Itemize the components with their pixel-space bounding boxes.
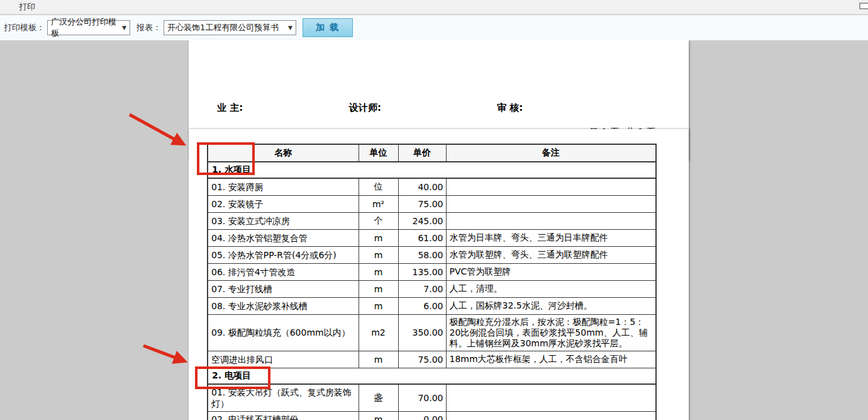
auditor-label: 审 核: bbox=[497, 102, 523, 114]
cell-price: 6.00 bbox=[398, 297, 446, 314]
cell-name: 01. 安装蹲厕 bbox=[208, 178, 359, 195]
print-toolbar: 打印模板： 广汉分公司打印模板 ▼ 报表： 开心装饰1工程有限公司预算书 ▼ 加… bbox=[0, 15, 868, 40]
report-label: 报表： bbox=[136, 22, 161, 33]
budget-table-body: 1. 水项目01. 安装蹲厕位40.0002. 安装镜子m²75.0003. 安… bbox=[208, 162, 656, 420]
budget-table: 名称单位单价备注 1. 水项目01. 安装蹲厕位40.0002. 安装镜子m²7… bbox=[207, 144, 657, 420]
cell-remark: 水管为日丰牌、弯头、三通为日丰牌配件 bbox=[446, 229, 656, 246]
cell-unit: m bbox=[359, 297, 398, 314]
report-select-value: 开心装饰1工程有限公司预算书 bbox=[167, 22, 279, 33]
window-title-bar: 打印 bbox=[0, 0, 868, 14]
cell-remark: PVC管为联塑牌 bbox=[446, 263, 656, 280]
cell-unit: m bbox=[359, 229, 398, 246]
cell-name: 02. 安装镜子 bbox=[208, 195, 359, 212]
cell-name: 空调进出排风口 bbox=[208, 351, 359, 368]
cell-unit: m bbox=[359, 263, 398, 280]
table-row: 03. 安装立式冲凉房个245.00 bbox=[208, 212, 656, 229]
cell-unit: m bbox=[359, 280, 398, 297]
cell-remark: 人工，国标牌32.5水泥、河沙封槽。 bbox=[446, 297, 656, 314]
cell-name: 07. 专业打线槽 bbox=[208, 280, 359, 297]
table-row: 空调进出排风口m75.0018mm大芯板作框架，人工，不含铝合金百叶 bbox=[208, 351, 656, 368]
cell-remark bbox=[446, 195, 656, 212]
budget-table-header-cell: 单价 bbox=[398, 144, 446, 162]
budget-table-header-cell: 单位 bbox=[359, 144, 398, 162]
cell-name: 05. 冷热水管PP-R管(4分或6分) bbox=[208, 246, 359, 263]
annotation-rect-water-section bbox=[197, 142, 255, 175]
cell-unit: m bbox=[359, 246, 398, 263]
designer-label: 设计师: bbox=[349, 102, 381, 114]
cell-unit: m bbox=[359, 351, 398, 368]
cell-unit: 个 bbox=[359, 212, 398, 229]
annotation-rect-electric-section bbox=[195, 366, 270, 389]
cell-price: 0.00 bbox=[398, 411, 446, 420]
cell-name: 08. 专业水泥砂浆补线槽 bbox=[208, 297, 359, 314]
cell-name: 02. 电话线不打槽部份 bbox=[208, 411, 359, 420]
cell-price: 58.00 bbox=[398, 246, 446, 263]
cell-remark bbox=[446, 212, 656, 229]
section-title: 2. 电项目 bbox=[208, 368, 656, 384]
cell-price: 70.00 bbox=[398, 384, 446, 412]
cell-name: 04. 冷热水管铝塑复合管 bbox=[208, 229, 359, 246]
cell-remark: 极配陶粒充分湿水后，按水泥：极配陶粒=1：5：20比例混合回填，表面砂浆找平50… bbox=[446, 314, 656, 351]
cell-price: 75.00 bbox=[398, 195, 446, 212]
cell-unit: 位 bbox=[359, 178, 398, 195]
cell-name: 06. 排污管4寸管改造 bbox=[208, 263, 359, 280]
load-button[interactable]: 加 载 bbox=[303, 18, 353, 37]
template-select-value: 广汉分公司打印模板 bbox=[51, 16, 120, 39]
cell-unit: m² bbox=[359, 195, 398, 212]
table-row: 07. 专业打线槽m7.00人工，清理。 bbox=[208, 280, 656, 297]
table-row: 02. 安装镜子m²75.00 bbox=[208, 195, 656, 212]
budget-table-header-row: 名称单位单价备注 bbox=[208, 144, 656, 162]
cell-price: 350.00 bbox=[398, 314, 446, 351]
cell-remark bbox=[446, 178, 656, 195]
budget-table-header-cell: 备注 bbox=[446, 144, 656, 162]
table-row: 06. 排污管4寸管改造m135.00PVC管为联塑牌 bbox=[208, 263, 656, 280]
cell-name: 03. 安装立式冲凉房 bbox=[208, 212, 359, 229]
report-select[interactable]: 开心装饰1工程有限公司预算书 ▼ bbox=[164, 20, 296, 35]
section-row: 2. 电项目 bbox=[208, 368, 656, 384]
cell-price: 75.00 bbox=[398, 351, 446, 368]
table-row: 01. 安装大吊灯（跃式、复式房装饰灯）盏70.00 bbox=[208, 384, 656, 412]
chevron-down-icon: ▼ bbox=[122, 25, 126, 31]
cell-price: 40.00 bbox=[398, 178, 446, 195]
table-row: 04. 冷热水管铝塑复合管m61.00水管为日丰牌、弯头、三通为日丰牌配件 bbox=[208, 229, 656, 246]
cell-remark: 水管为联塑牌、弯头、三通为联塑牌配件 bbox=[446, 246, 656, 263]
cell-remark: 18mm大芯板作框架，人工，不含铝合金百叶 bbox=[446, 351, 656, 368]
cell-remark bbox=[446, 384, 656, 412]
table-row: 01. 安装蹲厕位40.00 bbox=[208, 178, 656, 195]
table-row: 02. 电话线不打槽部份m0.00 bbox=[208, 411, 656, 420]
cell-remark bbox=[446, 411, 656, 420]
cell-remark: 人工，清理。 bbox=[446, 280, 656, 297]
print-preview-area[interactable]: 业 主: 设计师: 审 核: 第 1 页, 共 2 页 名称单位单价备注 1. … bbox=[0, 40, 868, 420]
window-title: 打印 bbox=[19, 1, 35, 13]
template-select[interactable]: 广汉分公司打印模板 ▼ bbox=[47, 20, 130, 35]
cell-name: 09. 极配陶粒填充（600mm以内） bbox=[208, 314, 359, 351]
section-row: 1. 水项目 bbox=[208, 162, 656, 178]
cell-price: 61.00 bbox=[398, 229, 446, 246]
table-row: 08. 专业水泥砂浆补线槽m6.00人工，国标牌32.5水泥、河沙封槽。 bbox=[208, 297, 656, 314]
cell-unit: m bbox=[359, 411, 398, 420]
cell-price: 245.00 bbox=[398, 212, 446, 229]
cell-price: 135.00 bbox=[398, 263, 446, 280]
maximize-icon[interactable] bbox=[859, 3, 868, 9]
template-label: 打印模板： bbox=[4, 22, 45, 33]
cell-unit: 盏 bbox=[359, 384, 398, 412]
section-title: 1. 水项目 bbox=[208, 162, 656, 178]
table-row: 05. 冷热水管PP-R管(4分或6分)m58.00水管为联塑牌、弯头、三通为联… bbox=[208, 246, 656, 263]
cell-unit: m2 bbox=[359, 314, 398, 351]
owner-label: 业 主: bbox=[217, 102, 243, 114]
cell-price: 7.00 bbox=[398, 280, 446, 297]
chevron-down-icon: ▼ bbox=[288, 25, 292, 31]
table-row: 09. 极配陶粒填充（600mm以内）m2350.00极配陶粒充分湿水后，按水泥… bbox=[208, 314, 656, 351]
